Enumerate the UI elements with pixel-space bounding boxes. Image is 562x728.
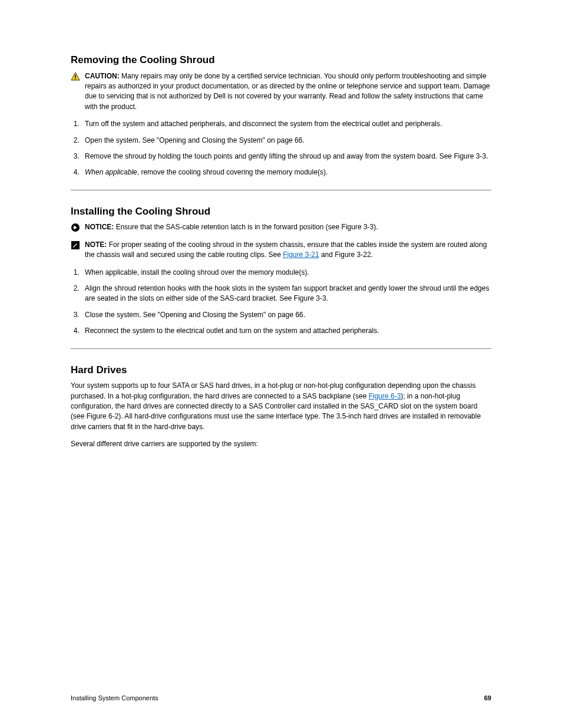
step-4: When applicable, remove the cooling shro…	[81, 167, 491, 177]
arrow-right-circle-icon	[71, 223, 80, 232]
caution-lead: CAUTION:	[85, 72, 121, 80]
caution-text: Many repairs may only be done by a certi…	[85, 72, 490, 111]
pencil-note-icon	[71, 241, 80, 250]
hard-drives-para-1: Your system supports up to four SATA or …	[71, 381, 491, 432]
figure-3-21-link[interactable]: Figure 3-21	[283, 251, 319, 259]
figure-6-3-link[interactable]: Figure 6-3	[369, 392, 401, 400]
step-1: Turn off the system and attached periphe…	[81, 119, 491, 129]
note-callout: NOTE: For proper seating of the cooling …	[71, 240, 491, 261]
caution-icon	[71, 72, 80, 81]
installing-steps: When applicable, install the cooling shr…	[71, 268, 491, 337]
step-4-rest: , remove the cooling shroud covering the…	[137, 168, 328, 176]
notice-text: Ensure that the SAS-cable retention latc…	[116, 223, 378, 231]
svg-rect-1	[75, 75, 76, 78]
svg-rect-2	[75, 78, 76, 80]
notice-callout: NOTICE: Ensure that the SAS-cable retent…	[71, 222, 491, 232]
note-lead: NOTE:	[85, 241, 109, 249]
notice-lead: NOTICE:	[85, 223, 116, 231]
heading-installing-shroud: Installing the Cooling Shroud	[71, 205, 491, 219]
heading-hard-drives: Hard Drives	[71, 363, 491, 378]
heading-removing-shroud: Removing the Cooling Shroud	[71, 53, 491, 68]
caution-callout: CAUTION: Many repairs may only be done b…	[71, 71, 491, 113]
document-page: Removing the Cooling Shroud CAUTION: Man…	[0, 0, 562, 728]
page-footer: Installing System Components 69	[71, 694, 491, 703]
step-4-emph: When applicable	[85, 168, 137, 176]
note-text-post: and Figure 3-22.	[319, 251, 373, 259]
hard-drives-para-2: Several different drive carriers are sup…	[71, 439, 491, 449]
section-rule-1	[71, 190, 491, 190]
section-rule-2	[71, 348, 491, 349]
footer-page-number: 69	[484, 694, 491, 703]
install-step-2: Align the shroud retention hooks with th…	[81, 284, 491, 304]
step-2: Open the system. See "Opening and Closin…	[81, 136, 491, 146]
removing-steps: Turn off the system and attached periphe…	[71, 119, 491, 178]
install-step-3: Close the system. See "Opening and Closi…	[81, 310, 491, 320]
install-step-1: When applicable, install the cooling shr…	[81, 268, 491, 278]
install-step-4: Reconnect the system to the electrical o…	[81, 326, 491, 336]
footer-chapter: Installing System Components	[71, 694, 158, 703]
step-3: Remove the shroud by holding the touch p…	[81, 151, 491, 162]
